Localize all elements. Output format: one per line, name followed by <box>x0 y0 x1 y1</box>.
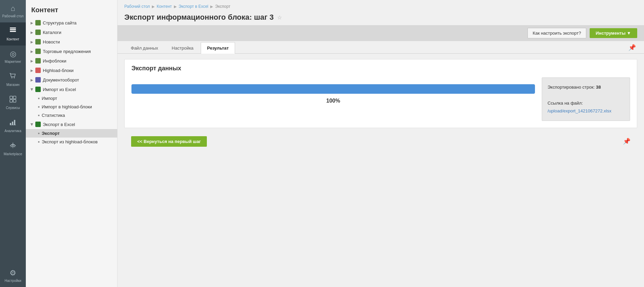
marketplace-icon <box>9 141 17 151</box>
nav-label-marketing: Маркетинг <box>5 60 21 64</box>
nav-item-analytics[interactable]: Аналитика <box>0 114 26 137</box>
sidebar-subitem-statistics[interactable]: ■ Статистика <box>26 111 117 120</box>
breadcrumb-export-excel[interactable]: Экспорт в Excel <box>179 4 208 9</box>
sidebar-label-docs: Документооборот <box>43 77 114 83</box>
toolbar: Как настроить экспорт? Инструменты ▼ <box>118 25 644 41</box>
shop-icon <box>9 72 17 82</box>
sidebar-item-news[interactable]: ▶ Новости <box>26 37 117 47</box>
nav-item-marketplace[interactable]: Marketplace <box>0 137 26 160</box>
sidebar-item-trade[interactable]: ▶ Торговые предложения <box>26 47 117 56</box>
sidebar-subitem-export-highload[interactable]: ■ Экспорт из highload-блоков <box>26 138 117 146</box>
file-link-label: Ссылка на файл: <box>548 101 583 106</box>
svg-rect-6 <box>13 96 16 99</box>
breadcrumb-home[interactable]: Рабочий стол <box>124 4 150 9</box>
nav-item-shop[interactable]: Магазин <box>0 68 26 91</box>
arrow-icon: ▶ <box>30 88 34 91</box>
export-info-box: Экспортировано строк: 38 Ссылка на файл:… <box>542 77 630 121</box>
arrow-icon: ▶ <box>31 21 33 25</box>
arrow-icon: ▶ <box>31 69 33 72</box>
rows-count: 38 <box>596 85 601 90</box>
sidebar-subitem-import[interactable]: ■ Импорт <box>26 94 117 103</box>
export-inner: 100% Экспортировано строк: 38 Ссылка на … <box>131 77 630 121</box>
nav-item-home[interactable]: ⌂ Рабочий стол <box>0 0 26 22</box>
breadcrumb-content[interactable]: Контент <box>157 4 172 9</box>
help-button[interactable]: Как настроить экспорт? <box>527 28 586 38</box>
import-excel-icon <box>35 87 41 92</box>
tab-data-file[interactable]: Файл данных <box>124 42 165 54</box>
arrow-icon: ▶ <box>31 31 33 34</box>
breadcrumb-sep1: ▶ <box>152 4 155 9</box>
svg-rect-0 <box>10 28 16 29</box>
bottom-bar: << Вернуться на первый шаг 📌 <box>124 133 637 149</box>
svg-rect-2 <box>10 31 16 32</box>
pin-bottom-icon: 📌 <box>623 138 630 145</box>
nav-item-settings[interactable]: ⚙ Настройки <box>0 265 26 287</box>
sidebar-item-export-excel[interactable]: ▶ Экспорт в Excel <box>26 120 117 129</box>
sidebar-sublabel-export: Экспорт <box>42 131 60 136</box>
breadcrumb-sep2: ▶ <box>174 4 177 9</box>
nav-label-marketplace: Marketplace <box>4 152 22 156</box>
tab-settings[interactable]: Настройка <box>165 42 200 54</box>
favorite-star-icon[interactable]: ☆ <box>277 14 282 21</box>
pin-icon: 📌 <box>628 44 637 51</box>
nav-label-home: Рабочий стол <box>2 14 24 18</box>
sidebar-subitem-import-highload[interactable]: ■ Импорт в highload-блоки <box>26 103 117 111</box>
breadcrumb-export: Экспорт <box>215 4 230 9</box>
marketing-icon: ◎ <box>10 50 16 58</box>
back-button[interactable]: << Вернуться на первый шаг <box>131 136 207 147</box>
nav-item-content[interactable]: Контент <box>0 22 26 46</box>
tab-result[interactable]: Результат <box>201 42 235 54</box>
nav-item-marketing[interactable]: ◎ Маркетинг <box>0 46 26 68</box>
export-excel-icon <box>35 122 41 127</box>
sidebar-item-infoblocks[interactable]: ▶ Инфоблоки <box>26 56 117 66</box>
sidebar-title: Контент <box>26 0 117 18</box>
services-icon <box>9 95 17 105</box>
home-icon: ⌂ <box>11 4 15 13</box>
bullet-icon: ■ <box>38 105 40 108</box>
sidebar-sublabel-statistics: Статистика <box>42 113 65 118</box>
nav-label-shop: Магазин <box>6 83 20 87</box>
progress-percent-label: 100% <box>326 98 340 104</box>
sidebar-item-highload[interactable]: ▶ Highload-блоки <box>26 66 117 75</box>
arrow-icon: ▶ <box>31 59 33 63</box>
sidebar-label-import-excel: Импорт из Excel <box>43 87 114 92</box>
progress-bar-container <box>131 84 535 94</box>
nav-label-settings: Настройки <box>4 279 21 283</box>
sidebar-item-import-excel[interactable]: ▶ Импорт из Excel <box>26 85 117 94</box>
nav-item-services[interactable]: Сервисы <box>0 91 26 114</box>
info-icon <box>35 58 41 64</box>
svg-rect-7 <box>10 100 13 102</box>
sidebar-label-catalogs: Каталоги <box>43 30 114 35</box>
sidebar-label-export-excel: Экспорт в Excel <box>43 122 114 127</box>
arrow-icon: ▶ <box>31 78 33 82</box>
icon-nav: ⌂ Рабочий стол Контент ◎ Маркетинг Магаз… <box>0 0 26 287</box>
highload-icon <box>35 68 41 73</box>
bullet-icon: ■ <box>38 132 40 135</box>
sidebar-label-news: Новости <box>43 39 114 44</box>
sidebar: Контент ▶ Структура сайта ▶ Каталоги ▶ Н… <box>26 0 118 287</box>
sidebar-item-catalogs[interactable]: ▶ Каталоги <box>26 28 117 37</box>
breadcrumb: Рабочий стол ▶ Контент ▶ Экспорт в Excel… <box>118 0 644 11</box>
sidebar-item-docs[interactable]: ▶ Документооборот <box>26 75 117 85</box>
file-download-link[interactable]: /upload/export_1421067272.xlsx <box>548 108 611 113</box>
breadcrumb-sep3: ▶ <box>210 4 213 9</box>
catalog-icon <box>35 30 41 35</box>
news-icon <box>35 39 41 44</box>
analytics-icon <box>9 118 17 128</box>
nav-label-services: Сервисы <box>6 106 20 110</box>
svg-rect-9 <box>10 123 11 125</box>
sidebar-label-trade: Торговые предложения <box>43 49 114 54</box>
export-card-title: Экспорт данных <box>131 65 630 72</box>
tools-button[interactable]: Инструменты ▼ <box>590 28 637 38</box>
sidebar-label-infoblocks: Инфоблоки <box>43 58 114 64</box>
bullet-icon: ■ <box>38 114 40 117</box>
sidebar-item-structure[interactable]: ▶ Структура сайта <box>26 18 117 28</box>
nav-label-content: Контент <box>6 37 19 41</box>
sidebar-sublabel-import: Импорт <box>42 96 57 101</box>
arrow-icon: ▶ <box>30 123 34 126</box>
bullet-icon: ■ <box>38 140 40 143</box>
sidebar-subitem-export[interactable]: ■ Экспорт <box>26 129 117 138</box>
export-card: Экспорт данных 100% Экспортировано строк… <box>124 59 637 128</box>
content-area: Экспорт данных 100% Экспортировано строк… <box>118 54 644 287</box>
sidebar-sublabel-import-highload: Импорт в highload-блоки <box>42 104 92 109</box>
